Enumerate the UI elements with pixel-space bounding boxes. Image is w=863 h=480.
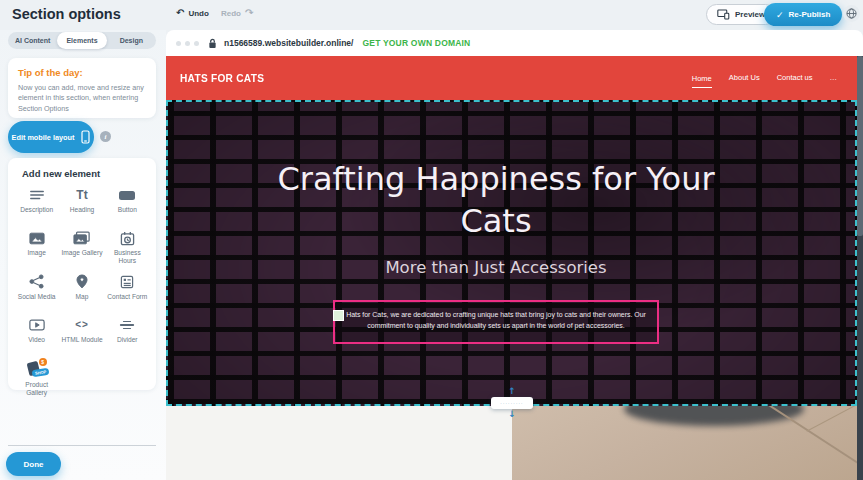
sidebar-tabbar: AI Content Elements Design <box>8 32 156 49</box>
element-divider[interactable]: Divider <box>105 317 150 351</box>
canvas-scrollbar[interactable] <box>857 56 863 480</box>
element-contact-form[interactable]: Contact Form <box>105 274 150 308</box>
element-map[interactable]: Map <box>59 274 104 308</box>
element-drag-handle[interactable] <box>333 310 344 321</box>
heading-icon: Tt <box>76 187 87 203</box>
scrollbar-thumb[interactable] <box>857 56 863 236</box>
element-image-gallery[interactable]: Image Gallery <box>59 230 104 265</box>
hero-paragraph-text: Hats for Cats, we are dedicated to craft… <box>346 311 646 329</box>
site-logo[interactable]: HATS FOR CATS <box>180 72 264 84</box>
undo-button[interactable]: ↶ Undo <box>176 8 209 18</box>
social-media-icon <box>29 274 44 290</box>
undo-label: Undo <box>188 9 208 18</box>
add-element-panel: Add new element Description Tt Heading <box>8 158 156 390</box>
video-icon <box>29 317 45 333</box>
sidebar-divider <box>8 445 156 446</box>
tab-design[interactable]: Design <box>107 32 156 49</box>
hero-section-selected[interactable]: Crafting Happiness for Your Cats More th… <box>166 100 857 406</box>
check-icon: ✓ <box>776 10 784 20</box>
hero-subheading[interactable]: More than Just Accessories <box>168 258 824 277</box>
resize-arrow-up-icon[interactable]: ↑ <box>506 387 518 396</box>
site-header: HATS FOR CATS Home About Us Contact us … <box>166 56 857 100</box>
resize-arrow-down-icon[interactable]: ↓ <box>506 410 518 419</box>
divider-icon <box>119 317 135 333</box>
element-grid: Description Tt Heading Button <box>14 187 150 397</box>
html-module-icon: <> <box>75 317 89 333</box>
hero-paragraph-element-selected[interactable]: Hats for Cats, we are dedicated to craft… <box>333 300 659 344</box>
page-title: Section options <box>12 6 121 22</box>
site-preview: HATS FOR CATS Home About Us Contact us …… <box>166 56 857 480</box>
edit-mobile-layout-button[interactable]: Edit mobile layout <box>8 121 94 153</box>
element-heading[interactable]: Tt Heading <box>59 187 104 221</box>
section-resize-handle[interactable]: ∙∙∙∙∙∙∙∙∙ <box>491 397 533 409</box>
nav-more-icon[interactable]: … <box>830 73 838 84</box>
devices-icon <box>717 9 730 20</box>
hero-content: Crafting Happiness for Your Cats More th… <box>168 102 824 277</box>
tab-ai-content[interactable]: AI Content <box>8 32 57 49</box>
floor-crack-line-2 <box>806 406 857 432</box>
tab-elements[interactable]: Elements <box>57 32 106 49</box>
element-business-hours[interactable]: Business Hours <box>105 230 150 265</box>
republish-button[interactable]: ✓ Re-Publish <box>764 3 842 26</box>
product-gallery-badge-icon: $ <box>39 358 47 366</box>
contact-form-icon <box>120 274 134 290</box>
preview-label: Preview <box>735 10 765 19</box>
element-description[interactable]: Description <box>14 187 59 221</box>
done-button[interactable]: Done <box>6 452 61 476</box>
globe-icon <box>846 8 857 19</box>
hero-heading[interactable]: Crafting Happiness for Your Cats <box>266 158 726 242</box>
site-nav: Home About Us Contact us … <box>692 56 837 100</box>
get-domain-link[interactable]: GET YOUR OWN DOMAIN <box>362 38 470 48</box>
nav-about-us[interactable]: About Us <box>729 73 760 84</box>
next-section-image[interactable] <box>512 406 857 480</box>
tip-title: Tip of the day: <box>18 67 146 78</box>
republish-label: Re-Publish <box>789 10 831 19</box>
nav-contact-us[interactable]: Contact us <box>777 73 813 84</box>
map-pin-icon <box>76 274 88 290</box>
browser-dots <box>176 41 199 46</box>
element-social-media[interactable]: Social Media <box>14 274 59 308</box>
redo-icon: ↷ <box>245 8 253 18</box>
website-builder-app: Section options ↶ Undo Redo ↷ Preview ✓ … <box>0 0 863 480</box>
element-product-gallery[interactable]: $ SHOP Product Gallery <box>14 360 59 397</box>
image-icon <box>29 230 45 246</box>
language-globe-button[interactable] <box>843 5 860 22</box>
info-icon[interactable]: i <box>100 131 111 142</box>
undo-icon: ↶ <box>176 8 184 18</box>
edit-mobile-label: Edit mobile layout <box>12 133 75 142</box>
element-video[interactable]: Video <box>14 317 59 351</box>
element-button[interactable]: Button <box>105 187 150 221</box>
lock-icon <box>208 38 217 49</box>
redo-button[interactable]: Redo ↷ <box>221 8 253 18</box>
description-icon <box>29 187 45 203</box>
browser-bar: n1566589.websitebuilder.online/ GET YOUR… <box>166 30 863 56</box>
element-html-module[interactable]: <> HTML Module <box>59 317 104 351</box>
redo-label: Redo <box>221 9 241 18</box>
nav-home[interactable]: Home <box>692 74 712 88</box>
tip-body: Now you can add, move and resize any ele… <box>18 83 146 114</box>
grip-dots-icon: ∙∙∙∙∙∙∙∙∙ <box>500 401 523 406</box>
image-gallery-icon <box>73 230 90 246</box>
add-element-heading: Add new element <box>14 168 150 179</box>
sidebar: AI Content Elements Design Tip of the da… <box>0 30 166 480</box>
business-hours-icon <box>120 230 135 246</box>
button-icon <box>119 187 135 203</box>
phone-icon <box>81 130 90 144</box>
element-image[interactable]: Image <box>14 230 59 265</box>
tip-of-the-day-panel: Tip of the day: Now you can add, move an… <box>8 58 156 118</box>
product-gallery-icon: $ SHOP <box>26 360 48 378</box>
site-url: n1566589.websitebuilder.online/ <box>224 38 353 48</box>
